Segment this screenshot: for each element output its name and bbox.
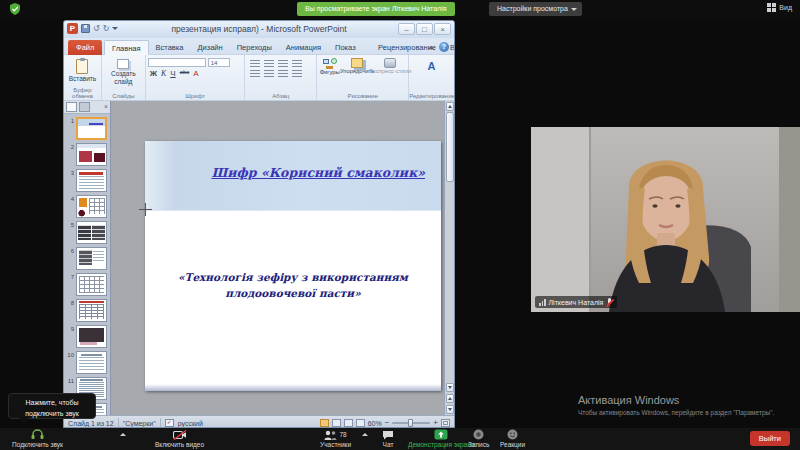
slide-scrollbar[interactable] — [444, 101, 454, 415]
ribbon-tab-1[interactable]: Вставка — [149, 40, 191, 55]
view-menu-button[interactable]: Вид — [767, 3, 792, 12]
new-slide-button[interactable]: Создать слайд — [104, 57, 143, 87]
zoom-out-icon[interactable]: − — [385, 418, 390, 428]
paragraph-group: Абзац — [245, 55, 317, 100]
scrollbar-thumb[interactable] — [446, 112, 454, 182]
thumbnail-preview[interactable] — [76, 143, 107, 166]
ribbon-tab-0[interactable]: Главная — [104, 40, 149, 55]
thumbnail-preview[interactable] — [76, 273, 107, 296]
leave-button[interactable]: Выйти — [750, 431, 790, 446]
slide-thumbnail-9[interactable]: 9 — [64, 324, 110, 350]
slide-thumbnail-10[interactable]: 10 — [64, 350, 110, 376]
start-video-button[interactable]: Включить видео — [155, 429, 204, 448]
justify-icon[interactable] — [292, 70, 302, 78]
slide-thumbnail-2[interactable]: 2 — [64, 142, 110, 168]
thumbnail-preview[interactable] — [76, 169, 107, 192]
thumbnail-preview[interactable] — [76, 117, 107, 140]
ribbon-tab-4[interactable]: Анимация — [279, 40, 328, 55]
next-slide-icon[interactable] — [446, 405, 454, 414]
join-audio-button[interactable]: Подключить звук — [12, 429, 63, 448]
scroll-down-icon[interactable] — [446, 383, 454, 392]
slide-number: 8 — [67, 299, 74, 306]
paste-button[interactable]: Вставить — [66, 57, 99, 82]
slide-title: Шифр «Корисний смаколик» — [211, 165, 425, 180]
reactions-button[interactable]: Реакции — [500, 429, 525, 448]
align-left-icon[interactable] — [250, 70, 260, 78]
line-spacing-icon[interactable] — [292, 60, 302, 68]
participant-video[interactable]: Лiткевич Наталiя — [531, 127, 800, 312]
align-center-icon[interactable] — [264, 70, 274, 78]
ribbon: Вставить Буфер обмена Создать слайд Слай… — [64, 55, 454, 101]
zoom-in-icon[interactable]: + — [433, 418, 438, 428]
thumbnail-preview[interactable] — [76, 247, 107, 270]
close-panel-icon[interactable]: × — [104, 102, 108, 112]
slide-number: 1 — [67, 117, 74, 124]
font-name-select[interactable] — [148, 58, 206, 67]
powerpoint-title-bar[interactable]: P ↺ ↻ презентация исправл) - Microsoft P… — [64, 21, 454, 38]
share-screen-button[interactable]: Демонстрация экрана — [408, 429, 474, 448]
zoom-slider[interactable] — [392, 422, 430, 424]
help-icon[interactable]: ? — [439, 42, 449, 52]
headset-icon — [31, 429, 44, 440]
spellcheck-icon[interactable] — [165, 419, 174, 427]
participants-options-icon[interactable] — [362, 433, 368, 436]
maximize-button[interactable]: □ — [416, 23, 433, 35]
strikethrough-button[interactable]: abc — [180, 69, 190, 78]
font-color-button[interactable]: А — [193, 69, 198, 78]
mic-muted-icon — [606, 298, 613, 307]
slide[interactable]: Шифр «Корисний смаколик» «Технологія зеф… — [145, 141, 441, 391]
thumbnail-preview[interactable] — [76, 299, 107, 322]
slide-sorter-icon[interactable] — [332, 419, 341, 427]
window-title: презентация исправл) - Microsoft PowerPo… — [64, 21, 454, 38]
thumbnail-preview[interactable] — [76, 221, 107, 244]
fit-window-icon[interactable] — [441, 419, 450, 427]
thumbnail-preview[interactable] — [76, 325, 107, 348]
slide-thumbnail-1[interactable]: 1 — [64, 116, 110, 142]
normal-view-icon[interactable] — [320, 419, 329, 427]
slide-thumbnail-3[interactable]: 3 — [64, 168, 110, 194]
align-right-icon[interactable] — [278, 70, 288, 78]
powerpoint-window: P ↺ ↻ презентация исправл) - Microsoft P… — [63, 20, 455, 428]
bold-button[interactable]: Ж — [150, 69, 157, 78]
ribbon-tab-5[interactable]: Показ слайдов — [328, 40, 371, 55]
language-indicator[interactable]: русский — [178, 420, 203, 427]
slide-thumbnail-6[interactable]: 6 — [64, 246, 110, 272]
outline-tab-icon[interactable] — [79, 102, 90, 112]
slides-tab-icon[interactable] — [66, 102, 77, 112]
slide-thumbnail-5[interactable]: 5 — [64, 220, 110, 246]
minimize-button[interactable]: – — [398, 23, 415, 35]
thumbnail-preview[interactable] — [76, 195, 107, 218]
record-button[interactable]: Запись — [468, 429, 489, 448]
font-size-select[interactable]: 14 — [208, 58, 230, 67]
slideshow-view-icon[interactable] — [356, 419, 365, 427]
reading-view-icon[interactable] — [344, 419, 353, 427]
arrange-button[interactable]: Упорядочить — [343, 58, 371, 75]
slide-number: 3 — [67, 169, 74, 176]
view-settings-button[interactable]: Настройки просмотра — [489, 2, 582, 16]
bullets-icon[interactable] — [250, 60, 260, 68]
slide-thumbnail-4[interactable]: 4 — [64, 194, 110, 220]
minimize-ribbon-icon[interactable] — [428, 46, 434, 49]
quick-styles-button[interactable]: Экспресс-стили — [374, 58, 406, 75]
scroll-up-icon[interactable] — [446, 102, 454, 111]
indent-icon[interactable] — [278, 60, 288, 68]
slide-counter: Слайд 1 из 12 — [68, 420, 114, 427]
thumbnail-preview[interactable] — [76, 351, 107, 374]
previous-slide-icon[interactable] — [446, 394, 454, 403]
ribbon-tab-2[interactable]: Дизайн — [190, 40, 229, 55]
ribbon-tab-file[interactable]: Файл — [68, 40, 102, 55]
chat-button[interactable]: Чат — [382, 429, 394, 448]
numbering-icon[interactable] — [264, 60, 274, 68]
grid-icon — [767, 3, 776, 12]
underline-button[interactable]: Ч — [170, 69, 175, 78]
slide-thumbnail-7[interactable]: 7 — [64, 272, 110, 298]
find-button[interactable]: А — [411, 57, 452, 72]
close-button[interactable]: × — [434, 23, 451, 35]
participants-button[interactable]: 78 Участники — [320, 429, 351, 448]
italic-button[interactable]: К — [161, 69, 166, 78]
ribbon-tab-3[interactable]: Переходы — [230, 40, 279, 55]
zoom-slider-thumb[interactable] — [408, 419, 413, 427]
audio-options-icon[interactable] — [120, 433, 126, 436]
slide-thumbnail-8[interactable]: 8 — [64, 298, 110, 324]
shapes-button[interactable]: Фигуры — [319, 58, 340, 75]
